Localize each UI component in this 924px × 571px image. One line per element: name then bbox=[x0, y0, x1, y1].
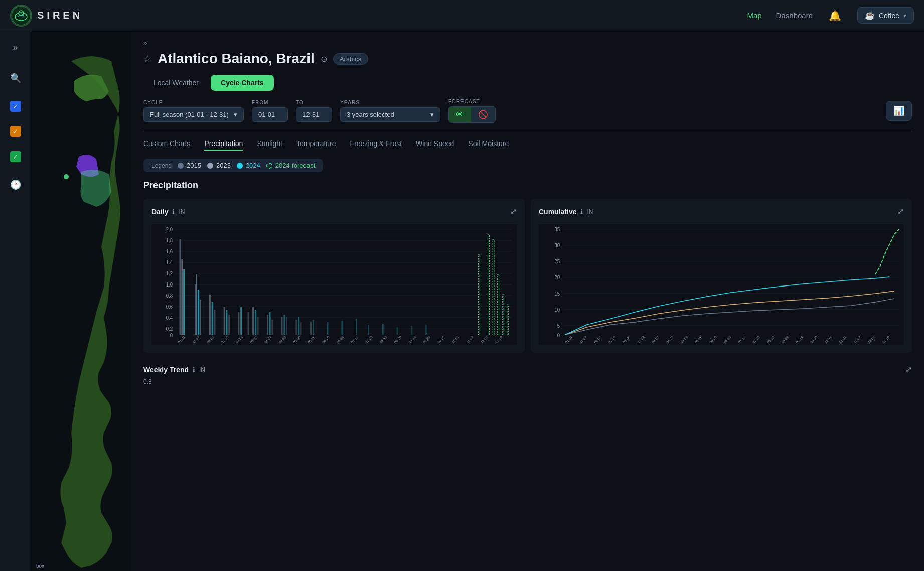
divider-1 bbox=[143, 131, 912, 131]
svg-rect-35 bbox=[271, 320, 273, 335]
nav-dashboard-link[interactable]: Dashboard bbox=[776, 11, 813, 20]
star-icon[interactable]: ☆ bbox=[143, 53, 151, 64]
svg-rect-55 bbox=[283, 315, 285, 335]
sidebar-expand-icon[interactable]: » bbox=[10, 39, 21, 56]
daily-chart-title: Daily bbox=[151, 208, 168, 216]
main-layout: » 🔍 ✓ ✓ ✓ 🕐 box » bbox=[0, 31, 924, 571]
main-nav: Map Dashboard 🔔 ☕ Coffee ▾ bbox=[747, 7, 914, 24]
sidebar-check-green[interactable]: ✓ bbox=[10, 151, 21, 162]
cumulative-chart-unit: IN bbox=[587, 208, 593, 215]
years-control: YEARS 3 years selected ▾ bbox=[340, 100, 440, 122]
chart-nav-sunlight[interactable]: Sunlight bbox=[257, 139, 282, 151]
daily-chart-box: Daily ℹ IN ⤢ bbox=[143, 199, 525, 353]
weekly-expand-button[interactable]: ⤢ bbox=[905, 365, 912, 374]
breadcrumb: » bbox=[131, 31, 924, 47]
legend-bar: Legend 2015 2023 2024 2024-forecast bbox=[143, 159, 323, 172]
legend-2023-dot bbox=[207, 163, 213, 169]
notification-button[interactable]: 🔔 bbox=[827, 8, 843, 24]
from-input[interactable] bbox=[252, 107, 288, 122]
cumulative-expand-button[interactable]: ⤢ bbox=[897, 207, 904, 216]
cycle-select[interactable]: Full season (01-01 - 12-31) ▾ bbox=[143, 107, 244, 122]
svg-text:box: box bbox=[36, 563, 44, 569]
svg-rect-57 bbox=[313, 320, 314, 335]
map-area[interactable]: box bbox=[31, 31, 131, 571]
weekly-y-max: 0.8 bbox=[143, 378, 912, 389]
chart-nav-custom[interactable]: Custom Charts bbox=[143, 139, 190, 151]
cumulative-chart-svg: 35 30 25 20 15 10 5 0 bbox=[539, 224, 904, 345]
coffee-icon: ☕ bbox=[865, 11, 875, 20]
years-select[interactable]: 3 years selected ▾ bbox=[340, 107, 440, 122]
cumulative-chart-box: Cumulative ℹ IN ⤢ bbox=[531, 199, 912, 353]
svg-text:1.4: 1.4 bbox=[166, 260, 173, 265]
svg-text:30: 30 bbox=[554, 243, 560, 248]
svg-text:20: 20 bbox=[554, 275, 560, 280]
tab-local-weather[interactable]: Local Weather bbox=[143, 75, 209, 91]
to-input[interactable] bbox=[296, 107, 332, 122]
daily-info-icon[interactable]: ℹ bbox=[172, 208, 175, 215]
tab-bar: Local Weather Cycle Charts bbox=[131, 75, 924, 99]
logo-text: SIREN bbox=[37, 10, 83, 21]
sidebar-check-orange[interactable]: ✓ bbox=[10, 126, 21, 137]
weekly-info-icon[interactable]: ℹ bbox=[193, 366, 195, 373]
chart-nav-soil[interactable]: Soil Moisture bbox=[468, 139, 509, 151]
svg-rect-62 bbox=[382, 324, 384, 335]
page-title: Atlantico Baiano, Brazil bbox=[158, 51, 315, 67]
svg-rect-44 bbox=[267, 315, 268, 335]
location-icon[interactable]: ⊙ bbox=[321, 54, 327, 64]
clock-icon[interactable]: 🕐 bbox=[7, 176, 24, 193]
daily-title-row: Daily ℹ IN bbox=[151, 208, 185, 216]
svg-text:15: 15 bbox=[554, 291, 560, 297]
daily-expand-button[interactable]: ⤢ bbox=[510, 207, 517, 216]
chart-nav-temperature[interactable]: Temperature bbox=[296, 139, 336, 151]
to-label: TO bbox=[296, 100, 332, 105]
daily-chart-header: Daily ℹ IN ⤢ bbox=[151, 207, 517, 216]
legend-2015-dot bbox=[178, 163, 184, 169]
daily-chart-svg: 2.0 1.8 1.6 1.4 1.2 1.0 0.8 0.6 0.4 0.2 … bbox=[151, 224, 517, 345]
daily-chart-unit: IN bbox=[179, 208, 185, 215]
charts-row: Daily ℹ IN ⤢ bbox=[131, 199, 924, 353]
logo-icon bbox=[10, 5, 32, 27]
cumulative-info-icon[interactable]: ℹ bbox=[580, 208, 583, 215]
chart-nav-precipitation[interactable]: Precipitation bbox=[204, 139, 243, 151]
svg-rect-50 bbox=[212, 302, 213, 335]
svg-rect-61 bbox=[368, 325, 369, 335]
coffee-label: Coffee bbox=[879, 12, 899, 20]
years-chevron-icon: ▾ bbox=[430, 111, 434, 118]
sidebar: » 🔍 ✓ ✓ ✓ 🕐 bbox=[0, 31, 31, 571]
svg-text:0: 0 bbox=[557, 333, 560, 338]
daily-chart-area: 2.0 1.8 1.6 1.4 1.2 1.0 0.8 0.6 0.4 0.2 … bbox=[151, 224, 517, 345]
svg-rect-52 bbox=[240, 307, 242, 335]
svg-rect-63 bbox=[397, 327, 398, 335]
svg-rect-64 bbox=[411, 326, 412, 335]
svg-rect-45 bbox=[281, 317, 283, 335]
weekly-section: Weekly Trend ℹ IN ⤢ 0.8 bbox=[131, 365, 924, 389]
tab-cycle-charts[interactable]: Cycle Charts bbox=[211, 75, 274, 91]
svg-rect-28 bbox=[180, 239, 181, 335]
weekly-title-row: Weekly Trend ℹ IN bbox=[143, 366, 205, 374]
svg-rect-65 bbox=[425, 325, 427, 335]
chart-nav-wind[interactable]: Wind Speed bbox=[416, 139, 454, 151]
svg-text:0.4: 0.4 bbox=[166, 315, 173, 321]
coffee-menu-button[interactable]: ☕ Coffee ▾ bbox=[857, 7, 914, 24]
search-icon[interactable]: 🔍 bbox=[7, 70, 24, 87]
cumulative-title-row: Cumulative ℹ IN bbox=[539, 208, 593, 216]
svg-rect-95 bbox=[539, 224, 904, 345]
content-area: » ☆ Atlantico Baiano, Brazil ⊙ Arabica L… bbox=[131, 31, 924, 571]
legend-2024-dot bbox=[237, 163, 243, 169]
svg-rect-40 bbox=[209, 295, 211, 335]
nav-map-link[interactable]: Map bbox=[747, 11, 761, 20]
precipitation-section-title: Precipitation bbox=[131, 180, 924, 199]
from-label: FROM bbox=[252, 100, 288, 105]
forecast-eye-button[interactable]: 👁 bbox=[449, 107, 471, 122]
forecast-eye-off-button[interactable]: 🚫 bbox=[471, 107, 495, 122]
svg-rect-46 bbox=[295, 320, 297, 335]
chart-nav-freezing[interactable]: Freezing & Frost bbox=[350, 139, 402, 151]
arabica-badge: Arabica bbox=[333, 53, 368, 65]
main-header: SIREN Map Dashboard 🔔 ☕ Coffee ▾ bbox=[0, 0, 924, 31]
svg-text:1.0: 1.0 bbox=[166, 282, 173, 288]
cumulative-chart-header: Cumulative ℹ IN ⤢ bbox=[539, 207, 904, 216]
legend-forecast: 2024-forecast bbox=[266, 162, 316, 169]
sidebar-check-blue[interactable]: ✓ bbox=[10, 101, 21, 112]
export-button[interactable]: 📊 bbox=[886, 101, 912, 121]
svg-rect-48 bbox=[183, 269, 185, 335]
